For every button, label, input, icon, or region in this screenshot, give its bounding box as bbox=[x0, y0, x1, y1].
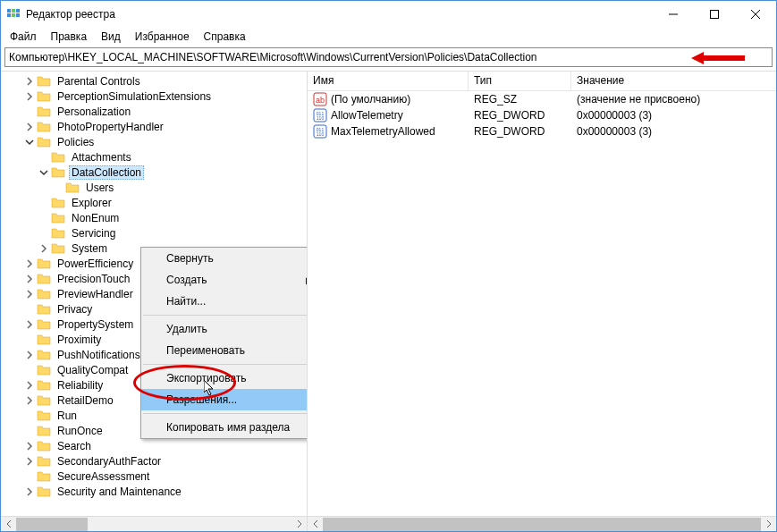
folder-icon bbox=[65, 181, 80, 195]
menu-item-label: Создать bbox=[166, 274, 207, 286]
annotation-arrow-icon bbox=[691, 50, 745, 69]
tree-node[interactable]: Search bbox=[1, 438, 307, 453]
scroll-left-button[interactable] bbox=[1, 517, 16, 532]
titlebar: Редактор реестра bbox=[1, 1, 776, 28]
expander-none bbox=[38, 213, 49, 224]
tree-node[interactable]: DataCollection bbox=[1, 165, 307, 180]
svg-rect-5 bbox=[16, 13, 20, 17]
tree-node[interactable]: Servicing bbox=[1, 225, 307, 241]
context-menu-item[interactable]: Свернуть bbox=[141, 248, 308, 269]
tree-node-label: Servicing bbox=[69, 227, 118, 240]
context-menu-item[interactable]: Найти... bbox=[141, 291, 308, 312]
values-list[interactable]: ab(По умолчанию)REG_SZ(значение не присв… bbox=[308, 91, 776, 516]
column-name[interactable]: Имя bbox=[308, 72, 469, 90]
expand-icon[interactable] bbox=[24, 76, 35, 87]
value-name: (По умолчанию) bbox=[331, 93, 410, 106]
menu-edit[interactable]: Правка bbox=[44, 29, 95, 45]
tree-node-label: PropertySystem bbox=[55, 318, 136, 331]
tree-node-label: Reliability bbox=[55, 379, 106, 392]
menu-help[interactable]: Справка bbox=[197, 29, 253, 45]
value-row[interactable]: 011110MaxTelemetryAllowedREG_DWORD0x0000… bbox=[308, 123, 776, 139]
expand-icon[interactable] bbox=[24, 258, 35, 269]
folder-icon bbox=[51, 241, 65, 256]
menubar: Файл Правка Вид Избранное Справка bbox=[1, 28, 776, 46]
context-menu-item[interactable]: Удалить bbox=[141, 318, 308, 340]
context-menu-item[interactable]: Переименовать bbox=[141, 340, 308, 361]
collapse-icon[interactable] bbox=[38, 167, 49, 178]
tree-node[interactable]: Attachments bbox=[1, 149, 307, 165]
values-hscrollbar[interactable] bbox=[308, 516, 776, 531]
tree-node-label: QualityCompat bbox=[55, 364, 131, 376]
tree-node-label: PushNotifications bbox=[55, 349, 143, 361]
tree-hscrollbar[interactable] bbox=[1, 516, 307, 531]
scroll-right-button[interactable] bbox=[761, 517, 776, 532]
expand-icon[interactable] bbox=[24, 319, 35, 330]
svg-text:110: 110 bbox=[317, 131, 325, 137]
expand-icon[interactable] bbox=[24, 395, 35, 406]
expand-icon[interactable] bbox=[38, 243, 49, 254]
svg-text:ab: ab bbox=[316, 96, 325, 105]
tree-node[interactable]: SecureAssessment bbox=[1, 469, 307, 484]
address-bar[interactable]: Компьютер\HKEY_LOCAL_MACHINE\SOFTWARE\Mi… bbox=[4, 47, 773, 67]
tree-node-label: SecondaryAuthFactor bbox=[55, 455, 164, 468]
menu-view[interactable]: Вид bbox=[94, 29, 128, 45]
tree-node-label: Attachments bbox=[69, 151, 134, 164]
menu-file[interactable]: Файл bbox=[3, 29, 44, 45]
collapse-icon[interactable] bbox=[24, 137, 35, 148]
tree-node[interactable]: Policies bbox=[1, 134, 307, 149]
scroll-thumb[interactable] bbox=[16, 518, 88, 531]
folder-icon bbox=[37, 333, 51, 347]
menu-favorites[interactable]: Избранное bbox=[128, 29, 197, 45]
scroll-left-button[interactable] bbox=[308, 517, 323, 532]
expand-icon[interactable] bbox=[24, 456, 35, 467]
value-name-cell: ab(По умолчанию) bbox=[313, 92, 474, 106]
expand-icon[interactable] bbox=[24, 441, 35, 452]
expand-icon[interactable] bbox=[24, 122, 35, 132]
expand-icon[interactable] bbox=[24, 274, 35, 284]
tree-node[interactable]: Explorer bbox=[1, 195, 307, 210]
tree-node[interactable]: Parental Controls bbox=[1, 73, 307, 89]
tree-node[interactable]: Security and Maintenance bbox=[1, 484, 307, 499]
expander-none bbox=[24, 304, 35, 315]
maximize-button[interactable] bbox=[694, 1, 735, 28]
context-menu-item[interactable]: Копировать имя раздела bbox=[141, 417, 308, 438]
menu-separator bbox=[143, 315, 308, 316]
close-button[interactable] bbox=[735, 1, 776, 28]
folder-icon bbox=[37, 454, 51, 469]
expander-none bbox=[38, 228, 49, 239]
tree-node-label: Users bbox=[83, 182, 116, 194]
tree-node-label: Search bbox=[55, 440, 94, 452]
folder-icon bbox=[37, 257, 51, 271]
context-menu: СвернутьСоздать▶Найти...УдалитьПереимено… bbox=[140, 247, 308, 439]
expand-icon[interactable] bbox=[24, 380, 35, 391]
scroll-right-button[interactable] bbox=[291, 517, 307, 532]
value-row[interactable]: ab(По умолчанию)REG_SZ(значение не присв… bbox=[308, 91, 776, 107]
tree-node[interactable]: NonEnum bbox=[1, 210, 307, 225]
column-type[interactable]: Тип bbox=[469, 72, 571, 90]
values-pane: Имя Тип Значение ab(По умолчанию)REG_SZ(… bbox=[308, 72, 776, 531]
tree-node[interactable]: PerceptionSimulationExtensions bbox=[1, 89, 307, 104]
value-data: 0x00000003 (3) bbox=[577, 125, 776, 138]
folder-icon bbox=[37, 363, 51, 377]
value-row[interactable]: 011110AllowTelemetryREG_DWORD0x00000003 … bbox=[308, 107, 776, 123]
expand-icon[interactable] bbox=[24, 91, 35, 102]
folder-icon bbox=[51, 150, 65, 165]
expand-icon[interactable] bbox=[24, 350, 35, 360]
tree-node[interactable]: Personalization bbox=[1, 104, 307, 119]
column-value[interactable]: Значение bbox=[571, 72, 776, 90]
minimize-button[interactable] bbox=[653, 1, 694, 28]
expander-none bbox=[24, 471, 35, 482]
tree-node[interactable]: PhotoPropertyHandler bbox=[1, 119, 307, 134]
tree-node[interactable]: SecondaryAuthFactor bbox=[1, 453, 307, 469]
svg-rect-3 bbox=[12, 13, 15, 17]
tree-node[interactable]: Users bbox=[1, 180, 307, 195]
tree-node-label: PerceptionSimulationExtensions bbox=[55, 90, 214, 103]
tree-node-label: PhotoPropertyHandler bbox=[55, 121, 166, 133]
tree-node-label: PowerEfficiency bbox=[55, 258, 136, 270]
context-menu-item[interactable]: Экспортировать bbox=[141, 367, 308, 389]
expand-icon[interactable] bbox=[24, 486, 35, 497]
scroll-thumb[interactable] bbox=[323, 518, 761, 531]
context-menu-item[interactable]: Создать▶ bbox=[141, 269, 308, 291]
expand-icon[interactable] bbox=[24, 289, 35, 300]
context-menu-item[interactable]: Разрешения... bbox=[141, 389, 308, 410]
